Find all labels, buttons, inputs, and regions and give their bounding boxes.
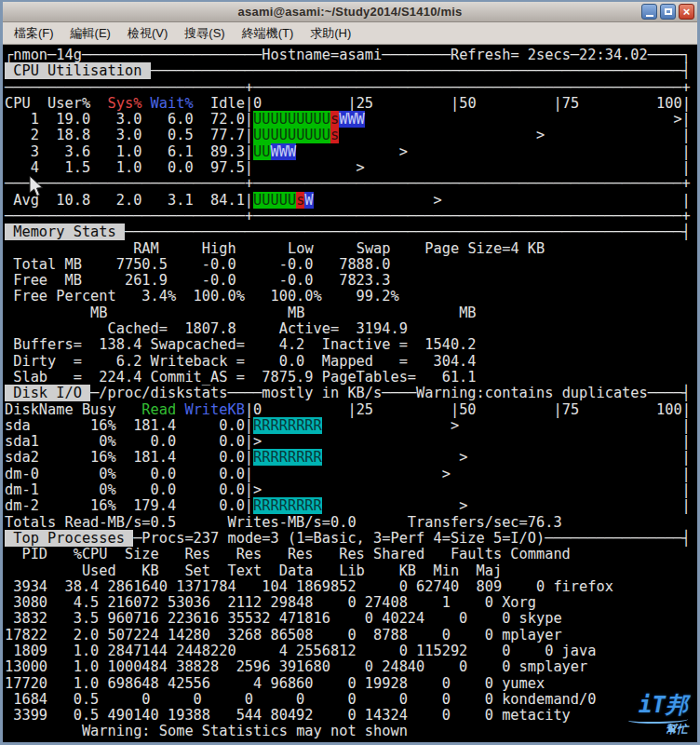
terminal-line: 17720 1.0 698648 42556 4 96860 0 19928 0… [5,676,697,692]
menu-edit[interactable]: 編輯(E) [62,22,119,45]
terminal-line: 3399 0.5 490140 19388 544 80492 0 14324 … [5,708,697,724]
terminal-line: CPU Utilisation ────────────────────────… [5,63,697,79]
terminal-line: dm-1 0% 0.0 0.0|> | [5,482,697,498]
minimize-button[interactable] [641,4,657,20]
terminal-line: Used KB Set Text Data Lib KB Min Maj [5,563,697,579]
terminal-line: Avg 10.8 2.0 3.1 84.1|UUUUUsW > | [5,193,697,209]
terminal-line: Cached= 1807.8 Active= 3194.9 [5,321,697,337]
terminal-line: Top Processes ─Procs=237 mode=3 (1=Basic… [5,531,697,547]
menu-terminal[interactable]: 終端機(T) [234,22,303,45]
terminal-line: 4 1.5 1.0 0.0 97.5| > | [5,160,697,176]
terminal-line: Slab = 224.4 Commit_AS = 7875.9 PageTabl… [5,370,697,386]
terminal-line: Totals Read-MB/s=0.5 Writes-MB/s=0.0 Tra… [5,515,697,531]
terminal-line: Free MB 261.9 -0.0 -0.0 7823.3 [5,273,697,289]
terminal-window: asami@asami:~/Study2014/S1410/mis × 檔案(F… [0,0,700,745]
terminal-line: 2 18.8 3.0 0.5 77.7|UUUUUUUUUs > | [5,128,697,143]
terminal-line: Free Percent 3.4% 100.0% 100.0% 99.2% [5,289,697,305]
menu-bar: 檔案(F) 編輯(E) 檢視(V) 搜尋(S) 終端機(T) 求助(H) [3,22,697,45]
terminal-line: Dirty = 6.2 Writeback = 0.0 Mapped = 304… [5,354,697,370]
menu-file[interactable]: 檔案(F) [6,22,62,45]
terminal-line: Memory Stats ───────────────────────────… [5,224,697,240]
menu-search[interactable]: 搜尋(S) [176,22,233,45]
maximize-button[interactable] [660,4,676,20]
terminal-line: 3080 4.5 216072 53036 2112 29848 0 27408… [5,595,697,611]
terminal-line: dm-2 16% 179.4 0.0|RRRRRRRR > | [5,498,697,514]
nmon-screen: ┌nmon─14g─────────────────────Hostname=a… [5,47,697,740]
terminal-line: 1684 0.5 0 0 0 0 0 0 0 0 kondemand/0 [5,692,697,708]
terminal-line: Warning: Some Statistics may not shown [5,724,697,739]
terminal-line: PID %CPU Size Res Res Res Res Shared Fau… [5,547,697,562]
terminal-line: ────────────────────────────+───────────… [5,209,697,224]
terminal-line: 3934 38.4 2861640 1371784 104 1869852 0 … [5,579,697,595]
terminal-line: sda2 16% 181.4 0.0|RRRRRRRR > | [5,450,697,466]
close-button[interactable]: × [679,4,694,20]
terminal-line: DiskName Busy Read WriteKB|0 |25 |50 |75… [5,402,697,418]
terminal-line: sda1 0% 0.0 0.0|> | [5,434,697,450]
window-title: asami@asami:~/Study2014/S1410/mis [3,5,697,19]
terminal-line: sda 16% 181.4 0.0|RRRRRRRR > | [5,418,697,434]
terminal-line: 3 3.6 1.0 6.1 89.3|UUWWW > | [5,144,697,160]
terminal-line: Buffers= 138.4 Swapcached= 4.2 Inactive … [5,337,697,353]
terminal-line: Total MB 7750.5 -0.0 -0.0 7888.0 [5,257,697,273]
terminal-line: CPU User% Sys% Wait% Idle|0 |25 |50 |75 … [5,96,697,112]
terminal-line: ────────────────────────────+───────────… [5,176,697,192]
terminal-line: MB MB MB [5,305,697,321]
maximize-icon [665,8,672,15]
title-bar[interactable]: asami@asami:~/Study2014/S1410/mis × [3,2,697,22]
terminal-line: 17822 2.0 507224 14280 3268 86508 0 8788… [5,628,697,643]
terminal-line: 1 19.0 3.0 6.0 72.0|UUUUUUUUUsWWW >| [5,112,697,128]
terminal-line: 3832 3.5 960716 223616 35532 471816 0 40… [5,611,697,627]
window-buttons: × [641,4,694,20]
terminal-line: ┌nmon─14g─────────────────────Hostname=a… [5,47,697,63]
minimize-icon [646,15,653,17]
terminal-line: ────────────────────────────+───────────… [5,80,697,96]
close-icon: × [683,5,691,19]
terminal-line: Disk I/O ─/proc/diskstats────mostly in K… [5,386,697,401]
terminal-line: 13000 1.0 1000484 38828 2596 391680 0 24… [5,659,697,675]
terminal[interactable]: ┌nmon─14g─────────────────────Hostname=a… [3,45,697,742]
terminal-line: dm-0 0% 0.0 0.0| > | [5,467,697,482]
menu-help[interactable]: 求助(H) [302,22,359,45]
menu-view[interactable]: 檢視(V) [119,22,176,45]
terminal-line: 1809 1.0 2847144 2448220 4 2556812 0 115… [5,643,697,659]
mouse-cursor [28,175,47,199]
terminal-line: RAM High Low Swap Page Size=4 KB [5,241,697,257]
